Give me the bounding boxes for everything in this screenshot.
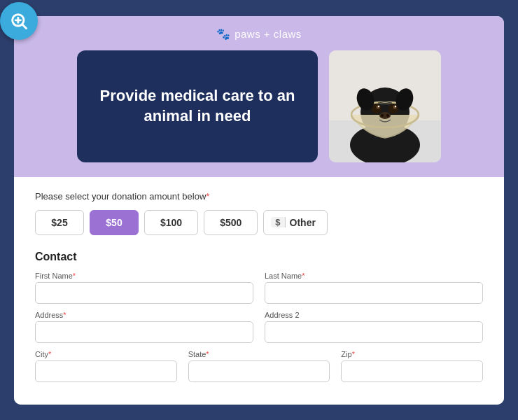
contact-title: Contact [35,251,483,263]
svg-point-17 [381,114,384,117]
first-name-input[interactable] [35,282,253,304]
first-name-group: First Name* [35,272,253,304]
hero-dog-image [329,50,441,162]
address2-label: Address 2 [265,311,483,319]
contact-section: Contact First Name* Last Name* Address* [35,251,483,382]
address-input[interactable] [35,321,253,343]
svg-point-15 [395,105,396,106]
svg-point-14 [378,105,379,106]
donation-btn-100[interactable]: $100 [144,210,198,235]
hero-section: 🐾 paws + claws Provide medical care to a… [14,16,504,177]
brand-name: paws + claws [234,28,302,40]
required-marker: * [206,191,209,202]
last-name-group: Last Name* [265,272,483,304]
donation-options: $25 $50 $100 $500 $ Other [35,210,483,235]
address2-input[interactable] [265,321,483,343]
address-label: Address* [35,311,253,319]
other-label: Other [290,217,316,228]
form-section: Please select your donation amount below… [14,177,504,405]
donation-label: Please select your donation amount below… [35,191,483,202]
state-group: State* [188,350,330,382]
hero-text-box: Provide medical care to an animal in nee… [77,50,318,162]
first-name-label: First Name* [35,272,253,280]
donation-btn-25[interactable]: $25 [35,210,84,235]
hero-headline: Provide medical care to an animal in nee… [94,86,301,126]
card: 🐾 paws + claws Provide medical care to a… [14,16,504,405]
zip-group: Zip* [341,350,483,382]
svg-line-1 [22,24,26,28]
address-group: Address* [35,311,253,343]
donation-btn-other[interactable]: $ Other [263,210,328,235]
last-name-label: Last Name* [265,272,483,280]
city-group: City* [35,350,177,382]
city-label: City* [35,350,177,358]
address-row: Address* Address 2 [35,311,483,343]
state-label: State* [188,350,330,358]
donation-label-text: Please select your donation amount below [35,191,206,202]
zip-label: Zip* [341,350,483,358]
city-state-zip-row: City* State* Zip* [35,350,483,382]
hero-content: Provide medical care to an animal in nee… [77,50,441,162]
zoom-icon[interactable] [0,2,38,40]
city-input[interactable] [35,360,177,382]
zip-input[interactable] [341,360,483,382]
last-name-input[interactable] [265,282,483,304]
donation-btn-500[interactable]: $500 [204,210,258,235]
dollar-sign: $ [271,217,285,227]
name-row: First Name* Last Name* [35,272,483,304]
svg-point-18 [386,114,389,117]
donation-btn-50[interactable]: $50 [90,210,139,235]
state-input[interactable] [188,360,330,382]
brand: 🐾 paws + claws [216,27,302,41]
outer-frame: 🐾 paws + claws Provide medical care to a… [7,9,511,412]
address2-group: Address 2 [265,311,483,343]
paws-icon: 🐾 [216,27,230,41]
